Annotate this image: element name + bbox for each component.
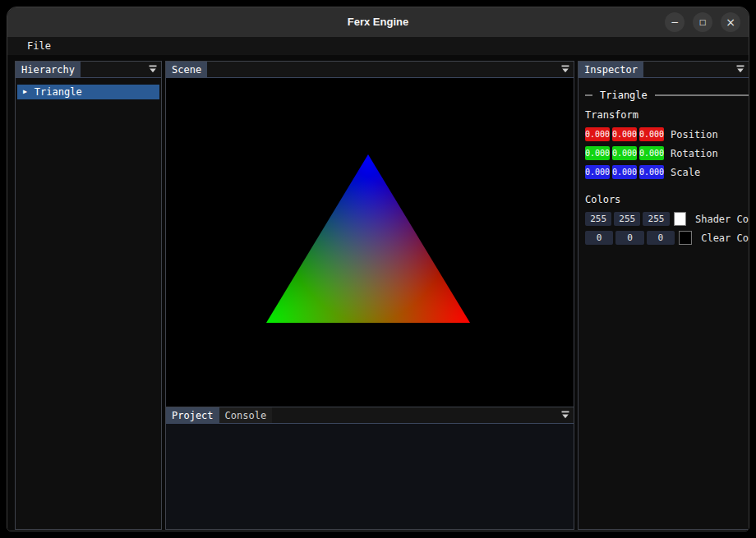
scene-panel: Scene bbox=[165, 61, 574, 407]
tab-console-label: Console bbox=[225, 410, 267, 421]
clear-color-swatch[interactable] bbox=[679, 231, 692, 245]
rotation-row: 0.000 0.000 0.000 Rotation bbox=[585, 146, 749, 160]
clear-r-field[interactable]: 0 bbox=[585, 231, 613, 245]
shader-color-swatch[interactable] bbox=[674, 212, 686, 226]
app-window: Ferx Engine − □ × File Hierarchy bbox=[7, 7, 749, 531]
panel-menu-button[interactable] bbox=[147, 64, 159, 76]
hierarchy-header: Hierarchy bbox=[16, 62, 161, 78]
rotation-label: Rotation bbox=[671, 148, 718, 159]
tab-project[interactable]: Project bbox=[166, 407, 219, 423]
clear-color-row: 0 0 0 Clear Co bbox=[585, 231, 749, 245]
tab-hierarchy[interactable]: Hierarchy bbox=[16, 62, 81, 77]
rotation-z-field[interactable]: 0.000 bbox=[639, 146, 664, 160]
shader-b-field[interactable]: 255 bbox=[643, 212, 669, 226]
window-menu-icon bbox=[560, 410, 570, 422]
panel-menu-button[interactable] bbox=[560, 410, 571, 421]
bottom-header: Project Console bbox=[166, 407, 574, 424]
shader-color-row: 255 255 255 Shader Co bbox=[585, 212, 749, 226]
position-row: 0.000 0.000 0.000 Position bbox=[585, 127, 749, 141]
menu-file[interactable]: File bbox=[22, 39, 56, 53]
tab-inspector[interactable]: Inspector bbox=[579, 62, 643, 77]
panel-menu-button[interactable] bbox=[735, 64, 746, 76]
window-menu-icon bbox=[148, 64, 158, 76]
hierarchy-panel: Hierarchy ▶ Triangle bbox=[15, 61, 162, 530]
project-console-panel: Project Console bbox=[165, 407, 574, 530]
dock-area: Hierarchy ▶ Triangle Scene bbox=[7, 55, 749, 531]
scale-z-field[interactable]: 0.000 bbox=[639, 165, 664, 179]
node-title: Triangle bbox=[600, 90, 648, 101]
colors-heading: Colors bbox=[585, 194, 749, 205]
tab-scene-label: Scene bbox=[172, 64, 201, 76]
tab-inspector-label: Inspector bbox=[584, 64, 638, 76]
window-menu-icon bbox=[735, 64, 745, 76]
clear-g-field[interactable]: 0 bbox=[615, 231, 643, 245]
project-body bbox=[166, 424, 574, 529]
tree-item-label: Triangle bbox=[35, 86, 82, 98]
titlebar[interactable]: Ferx Engine − □ × bbox=[7, 7, 749, 37]
window-title: Ferx Engine bbox=[7, 7, 749, 37]
separator-text: Triangle bbox=[585, 90, 749, 101]
scale-y-field[interactable]: 0.000 bbox=[612, 165, 637, 179]
scene-viewport[interactable] bbox=[166, 78, 574, 407]
panel-menu-button[interactable] bbox=[560, 64, 571, 76]
separator-dash bbox=[585, 94, 592, 96]
clear-color-label: Clear Co bbox=[701, 232, 749, 244]
shader-color-label: Shader Co bbox=[695, 214, 749, 225]
window-menu-icon bbox=[560, 64, 570, 76]
clear-b-field[interactable]: 0 bbox=[647, 231, 675, 245]
position-label: Position bbox=[671, 129, 718, 140]
shader-g-field[interactable]: 255 bbox=[614, 212, 640, 226]
position-x-field[interactable]: 0.000 bbox=[585, 127, 610, 141]
position-y-field[interactable]: 0.000 bbox=[612, 127, 637, 141]
hierarchy-body: ▶ Triangle bbox=[16, 78, 161, 529]
shader-r-field[interactable]: 255 bbox=[585, 212, 611, 226]
tab-project-label: Project bbox=[172, 410, 214, 421]
minimize-icon: − bbox=[671, 16, 679, 28]
inspector-panel: Inspector Triangle Transform 0.000 bbox=[578, 61, 749, 530]
rgb-triangle bbox=[266, 154, 470, 323]
position-z-field[interactable]: 0.000 bbox=[639, 127, 664, 141]
separator-line bbox=[655, 94, 749, 96]
menubar: File bbox=[7, 37, 749, 55]
tree-arrow-icon: ▶ bbox=[23, 89, 27, 95]
maximize-icon: □ bbox=[699, 18, 707, 26]
window-controls: − □ × bbox=[665, 12, 740, 32]
close-icon: × bbox=[726, 16, 735, 29]
tab-console[interactable]: Console bbox=[219, 407, 273, 423]
triangle-right-gradient bbox=[266, 154, 470, 323]
rotation-y-field[interactable]: 0.000 bbox=[612, 146, 637, 160]
tab-hierarchy-label: Hierarchy bbox=[21, 64, 75, 76]
tab-scene[interactable]: Scene bbox=[166, 62, 207, 77]
hierarchy-item-triangle[interactable]: ▶ Triangle bbox=[17, 85, 159, 99]
scale-x-field[interactable]: 0.000 bbox=[585, 165, 610, 179]
inspector-body: Triangle Transform 0.000 0.000 0.000 Pos… bbox=[579, 78, 749, 529]
scene-header: Scene bbox=[166, 62, 574, 78]
rotation-x-field[interactable]: 0.000 bbox=[585, 146, 610, 160]
transform-heading: Transform bbox=[585, 109, 749, 121]
scale-row: 0.000 0.000 0.000 Scale bbox=[585, 165, 749, 179]
inspector-header: Inspector bbox=[579, 62, 749, 78]
scale-label: Scale bbox=[671, 167, 700, 178]
close-button[interactable]: × bbox=[721, 12, 740, 32]
minimize-button[interactable]: − bbox=[665, 12, 685, 32]
maximize-button[interactable]: □ bbox=[693, 12, 712, 32]
